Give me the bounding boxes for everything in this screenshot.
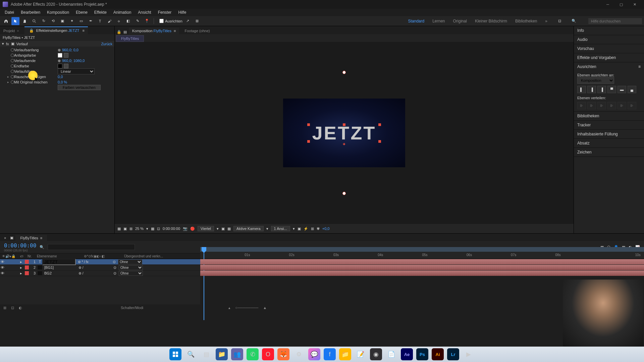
- snap-options-icon[interactable]: ↗: [184, 17, 192, 25]
- color-swatch-end[interactable]: [58, 64, 62, 68]
- work-area-bar[interactable]: [200, 247, 644, 252]
- zoom-slider-out-icon[interactable]: ▴: [228, 306, 230, 310]
- taskbar-app-icon[interactable]: ▶: [463, 348, 475, 360]
- taskbar-opera-icon[interactable]: O: [262, 348, 274, 360]
- prop-start-value[interactable]: 960,0; 0,0: [62, 48, 78, 52]
- help-search-input[interactable]: [588, 18, 642, 24]
- align-top-button[interactable]: ▀: [607, 86, 616, 93]
- shape-tool[interactable]: ▭: [77, 17, 85, 25]
- layer-color[interactable]: [25, 265, 29, 269]
- pixel-aspect-icon[interactable]: ▣: [298, 227, 301, 231]
- menu-fenster[interactable]: Fenster: [155, 9, 175, 15]
- menu-komposition[interactable]: Komposition: [44, 9, 72, 15]
- snapshot-icon[interactable]: 📷: [183, 227, 187, 231]
- selection-handle[interactable]: [378, 123, 381, 126]
- grid-icon[interactable]: ▦: [151, 227, 154, 231]
- taskbar-lr-icon[interactable]: Lr: [447, 348, 459, 360]
- composition-viewer[interactable]: JETZT ✦: [115, 42, 574, 224]
- snap-more-icon[interactable]: ⊞: [193, 17, 201, 25]
- color-swatch-start[interactable]: [58, 53, 62, 58]
- crosshair-icon[interactable]: ⊕: [58, 48, 61, 52]
- panel-info[interactable]: Info: [574, 26, 644, 35]
- workspace-original[interactable]: Original: [453, 19, 467, 23]
- guides-icon[interactable]: ⊡: [157, 227, 160, 231]
- effect-reset[interactable]: Zurück: [101, 42, 112, 46]
- resolution-select[interactable]: Viertel: [198, 226, 214, 231]
- taskbar-obs-icon[interactable]: ◉: [370, 348, 382, 360]
- toggle-modes-icon[interactable]: ⊡: [11, 306, 14, 310]
- taskbar-ae-icon[interactable]: Ae: [401, 348, 413, 360]
- stopwatch-icon[interactable]: [11, 54, 14, 57]
- menu-ansicht[interactable]: Ansicht: [135, 9, 154, 15]
- stopwatch-icon[interactable]: [11, 48, 14, 52]
- panel-zeichen[interactable]: Zeichen: [574, 148, 644, 157]
- parent-select[interactable]: Ohne: [118, 259, 142, 264]
- selection-handle[interactable]: [307, 140, 310, 143]
- menu-animation[interactable]: Animation: [110, 9, 135, 15]
- align-vcenter-button[interactable]: ▬: [618, 86, 626, 93]
- workspace-kleiner[interactable]: Kleiner Bildschirm: [475, 19, 507, 23]
- stopwatch-icon[interactable]: [11, 70, 14, 73]
- workspace-overflow[interactable]: »: [545, 19, 547, 23]
- prop-shape-select[interactable]: Linear: [58, 68, 95, 74]
- eraser-tool[interactable]: ◧: [124, 17, 132, 25]
- brush-tool[interactable]: 🖌: [105, 17, 113, 25]
- selection-handle[interactable]: [343, 123, 345, 126]
- fast-preview-icon[interactable]: ⚡: [304, 227, 308, 231]
- gradient-start-handle[interactable]: [342, 71, 346, 74]
- swap-colors-button[interactable]: Farben vertauschen: [58, 85, 101, 90]
- channel-icon[interactable]: 🔴: [190, 227, 195, 231]
- playhead[interactable]: [202, 247, 206, 253]
- stopwatch-icon[interactable]: [11, 75, 14, 78]
- taskbar-whatsapp-icon[interactable]: ✆: [247, 348, 259, 360]
- effect-toggle-icon[interactable]: ▣: [11, 42, 14, 46]
- zoom-dropdown-icon[interactable]: ▾: [146, 227, 148, 231]
- effect-header[interactable]: ▾ fx ▣ Verlauf Zurück: [0, 41, 114, 47]
- taskbar-explorer-icon[interactable]: 📁: [216, 348, 228, 360]
- panel-vorschau[interactable]: Vorschau: [574, 44, 644, 53]
- hand-tool[interactable]: [21, 17, 29, 25]
- prop-scatter-value[interactable]: 0,0: [58, 75, 63, 79]
- visibility-toggle[interactable]: 👁: [0, 271, 5, 275]
- taskbar-taskview-icon[interactable]: ▤: [200, 348, 212, 360]
- orbit-tool[interactable]: ↻: [40, 17, 48, 25]
- prop-blend-value[interactable]: 0,0 %: [58, 80, 67, 84]
- workspace-lernen[interactable]: Lernen: [432, 19, 445, 23]
- selection-handle[interactable]: [378, 140, 381, 143]
- selection-tool[interactable]: [11, 17, 19, 25]
- workspace-reset-icon[interactable]: ⊡: [555, 17, 564, 25]
- fx-icon[interactable]: fx: [6, 42, 9, 46]
- eyedropper-icon[interactable]: [64, 64, 68, 68]
- camera-tool[interactable]: ▣: [58, 17, 66, 25]
- taskbar-windows-icon[interactable]: [169, 348, 181, 360]
- workspace-bibliotheken[interactable]: Bibliotheken: [515, 19, 537, 23]
- close-tab-icon[interactable]: ×: [2, 235, 8, 241]
- search-icon[interactable]: 🔍: [40, 245, 44, 249]
- toggle-rgb-icon[interactable]: ⊞: [129, 227, 132, 231]
- taskbar-search-icon[interactable]: 🔍: [185, 348, 197, 360]
- layer-color[interactable]: [25, 271, 29, 275]
- zoom-level[interactable]: 25 %: [135, 227, 144, 231]
- stopwatch-icon[interactable]: [11, 80, 14, 84]
- layer-name-input[interactable]: [42, 259, 76, 265]
- gradient-end-handle[interactable]: [342, 192, 346, 195]
- crosshair-icon[interactable]: ⊕: [58, 59, 61, 63]
- toggle-switches-icon[interactable]: ⊞: [3, 306, 6, 310]
- menu-effekte[interactable]: Effekte: [91, 9, 110, 15]
- layer-row[interactable]: 👁 ▸ 2 [BG1] ⚙ / ⊙ Ohne: [0, 265, 200, 270]
- zoom-slider[interactable]: ○────────: [235, 306, 258, 310]
- zoom-slider-in-icon[interactable]: ▲: [263, 306, 267, 310]
- panel-ausrichten[interactable]: Ausrichten≡: [574, 62, 644, 71]
- stopwatch-icon[interactable]: [11, 59, 14, 62]
- taskbar-ps-icon[interactable]: Ps: [416, 348, 428, 360]
- taskbar-app-icon[interactable]: 📝: [355, 348, 367, 360]
- visibility-toggle[interactable]: 👁: [0, 260, 5, 264]
- zoom-tool[interactable]: [30, 17, 38, 25]
- stopwatch-icon[interactable]: [11, 64, 14, 68]
- workspace-standard[interactable]: Standard: [408, 19, 424, 23]
- twirl-icon[interactable]: ▾: [2, 42, 4, 46]
- anchor-tool[interactable]: ✦: [68, 17, 76, 25]
- frame-blend-status-icon[interactable]: ◐: [19, 306, 22, 310]
- menu-datei[interactable]: Datei: [1, 9, 17, 15]
- layer-color[interactable]: [25, 260, 29, 264]
